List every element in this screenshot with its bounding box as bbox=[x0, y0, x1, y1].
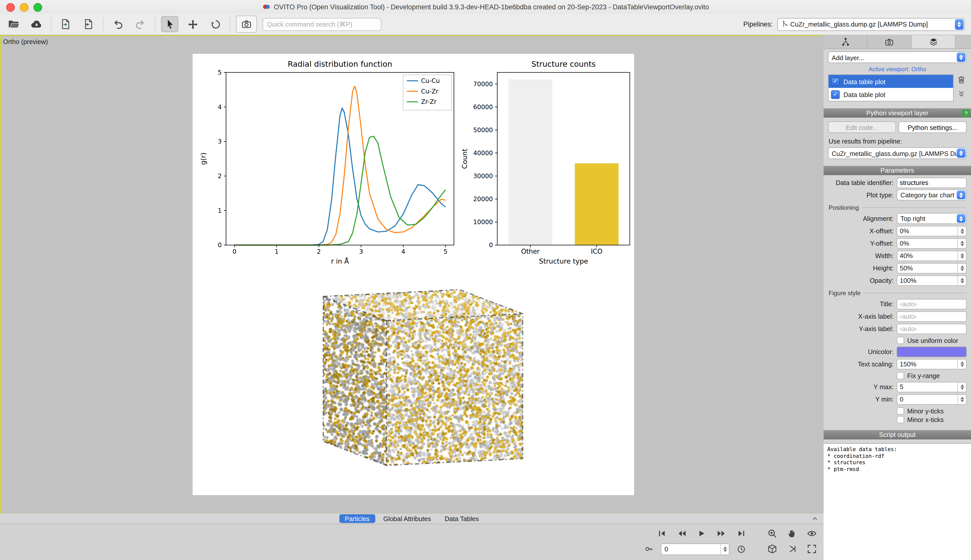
text-scaling-spinner[interactable]: 150% bbox=[897, 358, 967, 369]
minor-x-ticks-label: Minor x-ticks bbox=[907, 416, 944, 423]
tab-global-attributes[interactable]: Global Attributes bbox=[378, 514, 437, 523]
use-uniform-color-checkbox[interactable] bbox=[897, 337, 904, 344]
spinner-arrows[interactable] bbox=[958, 238, 966, 248]
layer-checkbox[interactable]: ✓ bbox=[831, 90, 840, 98]
alignment-label: Alignment: bbox=[828, 215, 897, 222]
x-axis-label-input[interactable] bbox=[897, 311, 967, 322]
frame-spinner[interactable]: 0 bbox=[661, 543, 730, 555]
edit-code-button[interactable]: Edit code... bbox=[828, 121, 896, 133]
rotate-tool-button[interactable] bbox=[207, 16, 224, 32]
fast-forward-icon bbox=[716, 529, 727, 538]
render-snapshot-button[interactable] bbox=[236, 15, 257, 33]
pipeline-selector[interactable]: CuZr_metallic_glass.dump.gz [LAMMPS Dump… bbox=[777, 18, 965, 31]
fix-y-range-checkbox[interactable] bbox=[897, 372, 904, 379]
pipeline-graph-icon bbox=[841, 37, 850, 47]
spinner-arrows[interactable] bbox=[958, 226, 966, 235]
tab-viewport-layers[interactable] bbox=[912, 35, 956, 48]
width-value: 40% bbox=[897, 252, 958, 259]
x-offset-value: 0% bbox=[897, 227, 958, 235]
magnifier-icon bbox=[767, 528, 777, 538]
spinner-arrows[interactable] bbox=[958, 263, 966, 273]
results-pipeline-value: CuZr_metallic_glass.dump.gz [LAMMPS Dump… bbox=[832, 149, 966, 157]
render-viewport-button[interactable] bbox=[784, 543, 800, 555]
animation-settings-button[interactable] bbox=[733, 543, 749, 555]
redo-button[interactable] bbox=[132, 16, 149, 32]
unicolor-swatch[interactable] bbox=[897, 346, 967, 357]
tab-rendering[interactable] bbox=[867, 35, 912, 48]
play-button[interactable] bbox=[694, 527, 710, 540]
skip-end-icon bbox=[736, 529, 746, 538]
previous-frame-button[interactable] bbox=[674, 527, 690, 540]
cursor-icon bbox=[165, 19, 174, 29]
spinner-arrows[interactable] bbox=[958, 251, 966, 260]
python-settings-button[interactable]: Python settings... bbox=[898, 121, 966, 133]
preview-mode-button[interactable] bbox=[804, 527, 820, 540]
select-tool-button[interactable] bbox=[161, 16, 179, 32]
minor-y-ticks-checkbox[interactable] bbox=[897, 407, 904, 415]
width-spinner[interactable]: 40% bbox=[897, 250, 967, 261]
import-file-button[interactable] bbox=[57, 16, 74, 32]
layer-row-1[interactable]: ✓ Data table plot bbox=[829, 75, 953, 88]
maximize-viewport-button[interactable] bbox=[804, 543, 820, 555]
next-frame-button[interactable] bbox=[713, 527, 730, 540]
scene-nodes-button[interactable] bbox=[764, 543, 780, 555]
layer-checkbox[interactable]: ✓ bbox=[831, 77, 840, 86]
tab-pipeline[interactable] bbox=[824, 35, 867, 48]
move-layer-down-button[interactable] bbox=[957, 90, 965, 98]
skip-to-start-button[interactable] bbox=[654, 527, 670, 540]
frame-spinner-arrows[interactable] bbox=[720, 543, 729, 554]
y-min-spinner[interactable]: 0 bbox=[897, 394, 967, 405]
search-input[interactable] bbox=[262, 18, 381, 31]
height-spinner[interactable]: 50% bbox=[897, 263, 967, 273]
layer-row-2[interactable]: ✓ Data table plot bbox=[829, 88, 953, 101]
plot-type-select[interactable]: Category bar chart bbox=[897, 189, 967, 200]
results-pipeline-select[interactable]: CuZr_metallic_glass.dump.gz [LAMMPS Dump… bbox=[828, 147, 967, 159]
x-offset-spinner[interactable]: 0% bbox=[897, 226, 967, 236]
add-layer-select[interactable]: Add layer... bbox=[828, 51, 967, 63]
alignment-value: Top right bbox=[901, 215, 966, 222]
y-offset-spinner[interactable]: 0% bbox=[897, 238, 967, 249]
move-tool-button[interactable] bbox=[184, 16, 201, 32]
close-window-button[interactable] bbox=[6, 3, 15, 12]
pan-tool-button[interactable] bbox=[784, 527, 800, 540]
positioning-subheader: Positioning bbox=[829, 204, 966, 211]
spinner-arrows[interactable] bbox=[958, 276, 966, 285]
skip-to-end-button[interactable] bbox=[733, 527, 749, 540]
title-input[interactable] bbox=[897, 299, 967, 309]
spinner-arrows[interactable] bbox=[958, 395, 966, 404]
file-import-icon bbox=[60, 18, 71, 30]
spinner-arrows[interactable] bbox=[958, 382, 966, 392]
minor-x-ticks-checkbox[interactable] bbox=[897, 416, 904, 423]
import-remote-file-button[interactable] bbox=[28, 16, 45, 32]
animation-keys-button[interactable] bbox=[641, 543, 657, 555]
zoom-window-button[interactable] bbox=[33, 3, 42, 12]
export-file-button[interactable] bbox=[80, 16, 97, 32]
y-axis-label-input[interactable] bbox=[897, 323, 967, 334]
script-output-line: * coordination-rdf bbox=[827, 453, 967, 459]
svg-text:2: 2 bbox=[317, 248, 321, 255]
collapse-inspector-button[interactable] bbox=[811, 515, 819, 522]
help-button[interactable]: ? bbox=[963, 109, 970, 117]
script-output-box[interactable]: Available data tables: * coordination-rd… bbox=[824, 443, 971, 560]
svg-text:Structure counts: Structure counts bbox=[531, 60, 595, 68]
animation-bar: 0 bbox=[0, 523, 824, 560]
viewport-ortho[interactable]: Ortho (preview) 012345012345Radial distr… bbox=[0, 35, 825, 515]
tab-data-tables[interactable]: Data Tables bbox=[439, 514, 484, 523]
svg-text:Structure type: Structure type bbox=[539, 257, 588, 265]
opacity-value: 100% bbox=[897, 277, 958, 284]
file-export-icon bbox=[83, 18, 94, 30]
panel-tabs bbox=[824, 35, 971, 49]
y-max-spinner[interactable]: 5 bbox=[897, 382, 967, 392]
delete-layer-button[interactable] bbox=[956, 75, 966, 85]
open-file-button[interactable] bbox=[5, 16, 22, 32]
minimize-window-button[interactable] bbox=[20, 3, 28, 12]
tab-particles[interactable]: Particles bbox=[339, 514, 375, 523]
text-scaling-value: 150% bbox=[897, 360, 958, 367]
alignment-select[interactable]: Top right bbox=[897, 213, 967, 224]
undo-button[interactable] bbox=[109, 16, 127, 32]
opacity-spinner[interactable]: 100% bbox=[897, 275, 967, 286]
data-table-identifier-input[interactable] bbox=[897, 177, 967, 188]
spinner-arrows[interactable] bbox=[958, 359, 966, 369]
zoom-tool-button[interactable] bbox=[764, 527, 780, 540]
svg-text:Zr-Zr: Zr-Zr bbox=[421, 98, 437, 105]
